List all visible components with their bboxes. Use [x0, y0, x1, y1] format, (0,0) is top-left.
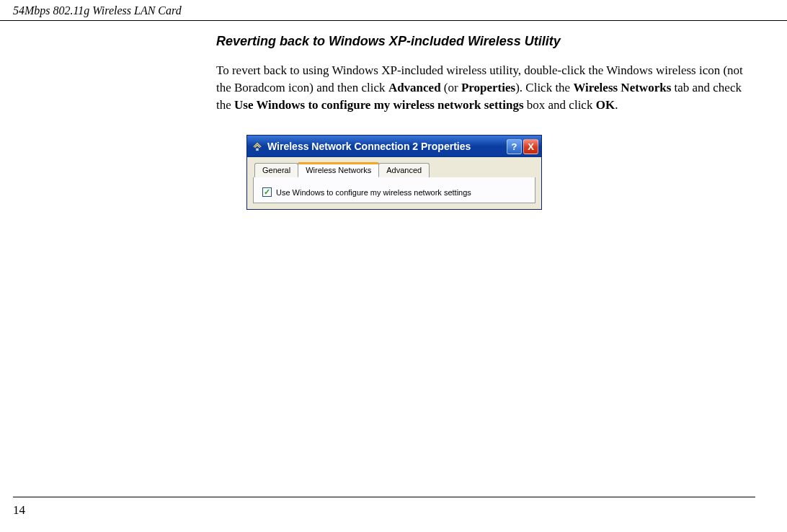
tab-general[interactable]: General [254, 163, 298, 177]
tab-wireless-networks[interactable]: Wireless Networks [298, 162, 379, 177]
bold-advanced: Advanced [388, 81, 441, 94]
use-windows-checkbox-row[interactable]: ✓ Use Windows to configure my wireless n… [262, 187, 526, 197]
dialog-title: Wireless Network Connection 2 Properties [267, 141, 507, 152]
bold-use-windows: Use Windows to configure my wireless net… [234, 98, 524, 112]
titlebar-buttons: ? X [507, 139, 538, 154]
tab-label: Wireless Networks [306, 166, 371, 174]
dialog-titlebar[interactable]: Wireless Network Connection 2 Properties… [247, 136, 541, 157]
header-title: 54Mbps 802.11g Wireless LAN Card [13, 4, 182, 17]
section-heading: Reverting back to Windows XP-included Wi… [216, 34, 755, 49]
tabs-row: General Wireless Networks Advanced [247, 157, 541, 177]
wireless-icon [252, 141, 263, 152]
footer-rule [13, 497, 755, 497]
bold-properties: Properties [461, 81, 515, 94]
main-content: Reverting back to Windows XP-included Wi… [0, 21, 787, 210]
section-paragraph: To revert back to using Windows XP-inclu… [216, 62, 755, 113]
checkbox-label: Use Windows to configure my wireless net… [276, 188, 471, 197]
document-header: 54Mbps 802.11g Wireless LAN Card [0, 0, 787, 21]
svg-rect-0 [256, 148, 259, 151]
text-run: ). Click the [515, 81, 573, 94]
close-button[interactable]: X [523, 139, 538, 154]
checkmark-icon: ✓ [264, 188, 270, 196]
close-icon: X [528, 141, 534, 152]
bold-wireless-networks: Wireless Networks [573, 81, 671, 94]
help-icon: ? [512, 141, 517, 152]
tab-label: Advanced [386, 166, 422, 174]
page-number: 14 [13, 503, 25, 518]
text-run: box and click [524, 98, 596, 112]
tab-advanced[interactable]: Advanced [378, 163, 430, 177]
tab-panel: ✓ Use Windows to configure my wireless n… [253, 177, 535, 203]
help-button[interactable]: ? [507, 139, 522, 154]
bold-ok: OK [596, 98, 615, 112]
screenshot-wrapper: Wireless Network Connection 2 Properties… [246, 135, 755, 210]
text-run: (or [441, 81, 461, 94]
tab-label: General [262, 166, 290, 174]
text-run: . [615, 98, 618, 112]
checkbox[interactable]: ✓ [262, 187, 272, 197]
properties-dialog: Wireless Network Connection 2 Properties… [246, 135, 542, 210]
